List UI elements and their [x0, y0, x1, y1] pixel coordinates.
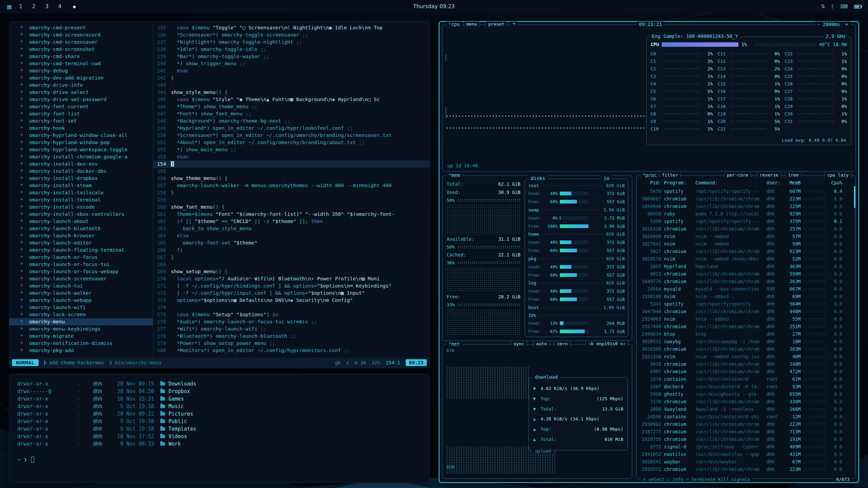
code-line[interactable]: 144show_style_menu() { — [153, 89, 430, 96]
file-item[interactable]: *omarchy-dev-add-migration — [9, 74, 153, 82]
process-row[interactable]: 2929755chromium/usr/lib/chromium/chromdh… — [639, 435, 853, 443]
btop-window[interactable]: ¹cpu menu preset * 09:23:21 - 2000ms + u… — [439, 21, 859, 483]
code-line[interactable]: 153 esac — [153, 153, 430, 161]
directory-name[interactable]: Public — [160, 418, 187, 425]
file-item[interactable]: *omarchy-hyprland-workspace-toggle — [9, 146, 153, 153]
file-item[interactable]: *omarchy-debug — [9, 67, 153, 74]
process-row[interactable]: 1274containe/usr/bin/containerdroot61M0.… — [639, 375, 853, 383]
bluetooth-icon[interactable]: ᛒ — [831, 3, 834, 10]
terminal-window[interactable]: drwxr-xr-x-dhh20 Nov 09:15Downloadsdrwx-… — [9, 374, 430, 483]
process-row[interactable]: 24540containe/usr/bin/containerd-shiroot… — [639, 413, 853, 420]
file-item[interactable]: *omarchy-lock-screen — [9, 311, 153, 318]
code-line[interactable]: 146 *Theme*) show_theme_menu ;; — [153, 103, 430, 110]
code-line[interactable]: 174 — [153, 304, 430, 311]
shell-prompt[interactable]: ~ ❯ — [17, 457, 421, 463]
code-line[interactable]: 156show_theme_menu() { — [153, 175, 430, 182]
code-line[interactable]: 155 — [153, 168, 430, 175]
workspace-button[interactable]: 4 — [56, 3, 63, 10]
code-line[interactable]: 175 case $(menu "Setup" "$options") in — [153, 311, 430, 318]
process-row[interactable]: 3016305chromium/usr/lib/chromium/chromdh… — [639, 345, 853, 353]
code-line[interactable]: 172 [ -f ~/.config/hypr/input.conf ] && … — [153, 290, 430, 297]
code-line[interactable]: 164 else — [153, 232, 430, 239]
code-line[interactable]: 158} — [153, 189, 430, 196]
proc-header-pid[interactable]: Pid: — [639, 179, 661, 187]
file-item[interactable]: *omarchy-launch-or-focus-webapp — [9, 268, 153, 275]
code-line[interactable]: 135 case $(menu "Toggle" "▢ Screensaver\… — [153, 24, 430, 31]
code-line[interactable]: 154} — [153, 161, 430, 168]
directory-name[interactable]: Downloads — [160, 380, 196, 388]
process-row[interactable]: 2941052nautilus/usr/bin/nautilus --gapdh… — [639, 450, 853, 458]
file-item[interactable]: *omarchy-launch-or-focus — [9, 254, 153, 261]
code-line[interactable]: 147 *Font*) show_font_menu ;; — [153, 110, 430, 117]
file-item[interactable]: *omarchy-cmd-share — [9, 53, 153, 60]
file-item[interactable]: *omarchy-cmd-screenrecord — [9, 31, 153, 39]
file-item[interactable]: *omarchy-launch-walker — [9, 290, 153, 297]
workspace-button[interactable]: 3 — [43, 3, 50, 10]
proc-header-program[interactable]: Program: — [664, 179, 693, 187]
code-line[interactable]: 161 theme=$(menu "Font" "$(omarchy-font-… — [153, 211, 430, 218]
workspace-button[interactable]: 2 — [30, 3, 37, 10]
editor-window[interactable]: *omarchy-cmd-present*omarchy-cmd-screenr… — [9, 21, 430, 368]
network-icon[interactable]: ⇅ — [821, 3, 825, 10]
process-row[interactable]: 5018chromium/usr/lib/chromium/chromdhh14… — [639, 360, 853, 368]
net-zero-button[interactable]: zero — [554, 341, 570, 346]
file-item[interactable]: *omarchy-pkg-add — [9, 347, 153, 354]
workspace-button[interactable]: 1 — [17, 3, 24, 10]
code-line[interactable]: 137 *Nightlight*) omarchy-toggle-nightli… — [153, 39, 430, 46]
file-item[interactable]: *omarchy-install-dropbox — [9, 175, 153, 182]
code-line[interactable]: 142} — [153, 74, 430, 82]
code-line[interactable]: 136 *Screensaver*) omarchy-toggle-screen… — [153, 31, 430, 39]
process-row[interactable]: 1307dockerd/usr/bin/dockerd -H fd:root93… — [639, 383, 853, 390]
process-row[interactable]: 5343spotify/opt/spotify/spotifydhh564M0.… — [639, 300, 853, 308]
proc-header-mem[interactable]: MemB — [784, 179, 801, 187]
net-sync-button[interactable]: sync — [511, 341, 527, 346]
proc-footer-keys[interactable]: ↑ select ↓ info ⏎ terminate Kill signals — [641, 477, 752, 482]
code-line[interactable]: 170 local options="♪ Audio\n◠ Wifi\nᛒ Bl… — [153, 275, 430, 282]
code-line[interactable]: 143 — [153, 82, 430, 89]
file-item[interactable]: *omarchy-cmd-present — [9, 24, 153, 31]
file-item[interactable]: *omarchy-hyprland-window-close-all — [9, 132, 153, 139]
process-row[interactable]: 2921330nvimnvim --embed config.jsodhh46M… — [639, 353, 853, 360]
code-line[interactable]: 160show_font_menu() { — [153, 204, 430, 211]
file-item[interactable]: *omarchy-font-set — [9, 117, 153, 125]
file-item[interactable]: *omarchy-launch-webapp — [9, 297, 153, 304]
file-item[interactable]: *omarchy-install-tailscale — [9, 189, 153, 196]
file-item[interactable]: *omarchy-install-terminal — [9, 196, 153, 204]
code-line[interactable]: 157 omarchy-launch-walker -m menus:omarc… — [153, 182, 430, 189]
file-item[interactable]: *omarchy-font-list — [9, 110, 153, 117]
launcher-icon[interactable]: ▦ — [7, 3, 12, 10]
file-item[interactable]: *omarchy-notification-dismiss — [9, 340, 153, 347]
directory-name[interactable]: Music — [160, 403, 184, 410]
process-row[interactable]: 1654946chromium/usr/lib/chromium/chromdh… — [639, 203, 853, 210]
process-row[interactable]: 5017chromium/usr/lib/chromium/chromdhh62… — [639, 248, 853, 255]
process-row[interactable]: 2924063nvimnvim --embed .dhh55M0.0 — [639, 315, 853, 323]
file-item[interactable]: *omarchy-drive-select — [9, 89, 153, 96]
code-line[interactable]: 168 — [153, 261, 430, 268]
process-row[interactable]: 2917448chromium/usr/lib/chromium/chromdh… — [639, 323, 853, 330]
file-item[interactable]: *omarchy-install-dev-env — [9, 161, 153, 168]
keyboard-icon[interactable]: ⌨ — [840, 3, 848, 10]
io-title[interactable]: io — [601, 176, 612, 181]
directory-name[interactable]: Work — [160, 440, 181, 448]
code-line[interactable]: 152 *) show_main_menu ;; — [153, 146, 430, 153]
process-row[interactable]: 2930982chromium/usr/lib/chromium/chromdh… — [639, 420, 853, 428]
code-line[interactable]: 163 back_to show_style_menu — [153, 225, 430, 232]
tree-button[interactable]: tree — [785, 172, 801, 178]
file-item[interactable]: *omarchy-launch-about — [9, 218, 153, 225]
process-row[interactable]: 1930108nvimnvim --embed .dhh69M0.0 — [639, 293, 853, 300]
code-line[interactable]: 139 *Bar*) omarchy-toggle-waybar ;; — [153, 53, 430, 60]
code-line[interactable]: 178 *Bluetooth*) omarchy-launch-bluetoot… — [153, 333, 430, 340]
proc-header-cpu[interactable]: Cpu% — [803, 179, 842, 187]
process-row[interactable]: 2999634btopbtopdhh27M0.0 — [639, 330, 853, 338]
file-item[interactable]: *omarchy-font-current — [9, 103, 153, 110]
reverse-button[interactable]: reverse — [757, 172, 781, 178]
net-interface-selector[interactable]: ‹b enp191s0 n› — [585, 341, 628, 346]
process-row[interactable]: 24564mysqldmysqld --max-connection999667… — [639, 285, 853, 293]
process-row[interactable]: 1647940chromium/usr/lib/chromium/chromdh… — [639, 308, 853, 315]
process-row[interactable]: 1649776chromium/usr/lib/chromium/chromdh… — [639, 278, 853, 285]
code-line[interactable]: 159 — [153, 196, 430, 204]
code-line[interactable]: 177 *Wifi*) omarchy-launch-wifi ;; — [153, 325, 430, 333]
code-line[interactable]: 166 fi — [153, 247, 430, 254]
net-auto-button[interactable]: auto — [533, 341, 550, 346]
interval-plus-button[interactable]: + — [843, 22, 851, 27]
